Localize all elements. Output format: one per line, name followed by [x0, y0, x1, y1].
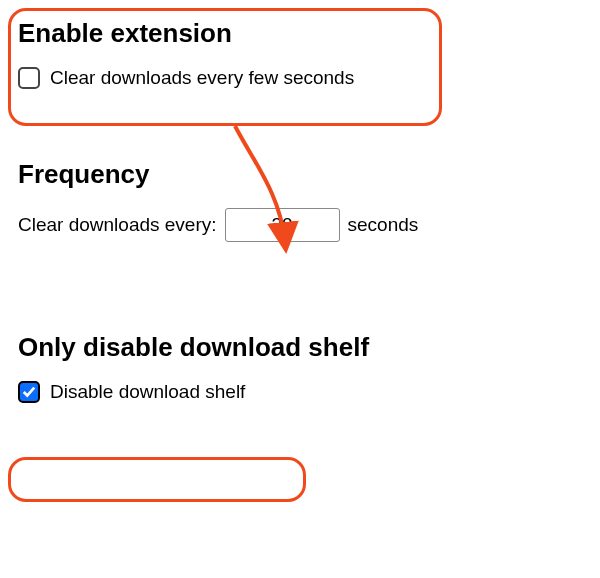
- clear-downloads-label: Clear downloads every few seconds: [50, 67, 354, 89]
- frequency-heading: Frequency: [18, 159, 582, 190]
- frequency-section: Frequency Clear downloads every: seconds: [18, 159, 582, 242]
- frequency-suffix: seconds: [348, 214, 419, 236]
- disable-shelf-section: Only disable download shelf Disable down…: [18, 332, 582, 403]
- disable-shelf-checkbox[interactable]: [18, 381, 40, 403]
- disable-shelf-heading: Only disable download shelf: [18, 332, 582, 363]
- clear-downloads-row: Clear downloads every few seconds: [18, 67, 582, 89]
- enable-extension-section: Enable extension Clear downloads every f…: [18, 18, 582, 89]
- frequency-input[interactable]: [225, 208, 340, 242]
- disable-shelf-row: Disable download shelf: [18, 381, 582, 403]
- frequency-prefix: Clear downloads every:: [18, 214, 217, 236]
- enable-extension-heading: Enable extension: [18, 18, 582, 49]
- clear-downloads-checkbox[interactable]: [18, 67, 40, 89]
- annotation-callout-shelf: [8, 457, 306, 502]
- disable-shelf-label: Disable download shelf: [50, 381, 245, 403]
- frequency-row: Clear downloads every: seconds: [18, 208, 582, 242]
